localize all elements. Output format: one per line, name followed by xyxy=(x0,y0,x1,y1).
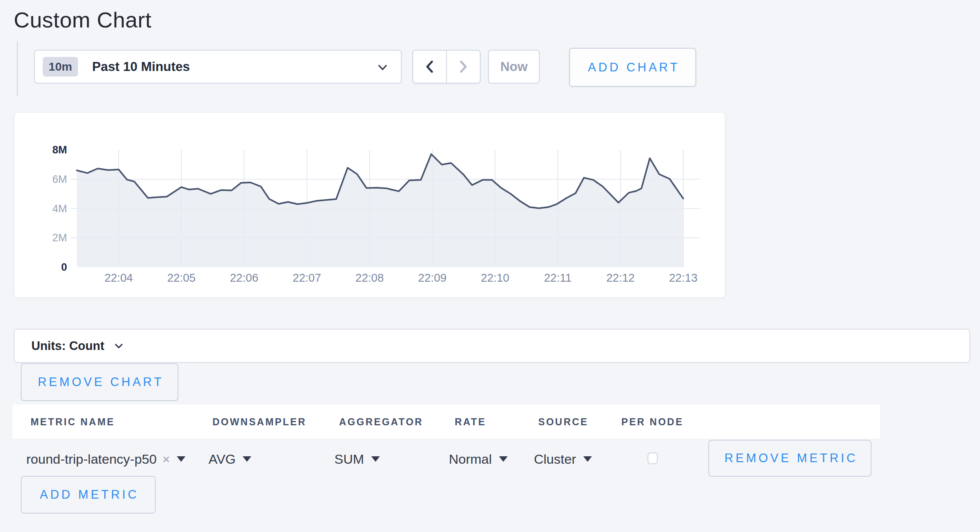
now-button[interactable]: Now xyxy=(488,50,540,84)
remove-chart-button[interactable]: REMOVE CHART xyxy=(21,363,178,401)
remove-metric-button[interactable]: REMOVE METRIC xyxy=(708,440,871,477)
chevron-right-icon xyxy=(459,60,468,74)
time-range-badge: 10m xyxy=(43,57,78,77)
time-prev-button[interactable] xyxy=(413,51,447,83)
caret-down-icon xyxy=(499,456,508,462)
metric-area-chart: 02M4M6M8M22:0422:0522:0622:0722:0822:092… xyxy=(15,113,725,297)
downsampler-value: AVG xyxy=(209,452,236,466)
per-node-checkbox[interactable] xyxy=(648,452,658,464)
metric-name-select[interactable]: round-trip-latency-p50× xyxy=(26,452,185,467)
svg-text:22:07: 22:07 xyxy=(293,271,321,284)
units-label: Units: Count xyxy=(31,339,104,353)
time-range-label: Past 10 Minutes xyxy=(92,59,190,74)
caret-down-icon xyxy=(243,456,251,462)
time-range-select[interactable]: 10m Past 10 Minutes xyxy=(34,50,402,84)
metric-name-value: round-trip-latency-p50 xyxy=(26,452,157,466)
toolbar-accent-rule xyxy=(17,41,18,96)
caret-down-icon xyxy=(583,456,592,462)
svg-text:2M: 2M xyxy=(52,232,67,244)
add-chart-button[interactable]: ADD CHART xyxy=(569,48,696,87)
rate-select[interactable]: Normal xyxy=(449,452,508,467)
svg-text:8M: 8M xyxy=(52,144,67,156)
svg-text:4M: 4M xyxy=(52,203,67,215)
svg-text:22:12: 22:12 xyxy=(606,271,635,284)
custom-chart-page: Custom Chart 10m Past 10 Minutes Now ADD… xyxy=(0,0,980,532)
aggregator-value: SUM xyxy=(334,452,364,466)
col-header-per-node: PER NODE xyxy=(621,416,684,428)
rate-value: Normal xyxy=(449,452,492,466)
time-nav-group xyxy=(412,50,481,84)
units-select[interactable]: Units: Count xyxy=(14,329,970,363)
col-header-rate: RATE xyxy=(455,416,486,428)
chevron-down-icon xyxy=(376,63,389,72)
add-metric-button[interactable]: ADD METRIC xyxy=(21,476,156,514)
svg-text:22:09: 22:09 xyxy=(418,271,447,284)
svg-text:22:04: 22:04 xyxy=(104,271,133,284)
chevron-left-icon xyxy=(425,60,434,74)
col-header-source: SOURCE xyxy=(538,416,588,428)
col-header-downsampler: DOWNSAMPLER xyxy=(212,416,307,428)
col-header-metric-name: METRIC NAME xyxy=(31,416,115,428)
svg-text:22:13: 22:13 xyxy=(669,271,698,284)
svg-text:22:08: 22:08 xyxy=(356,271,384,284)
svg-text:22:10: 22:10 xyxy=(481,271,510,284)
caret-down-icon xyxy=(177,456,185,462)
svg-text:22:11: 22:11 xyxy=(544,271,572,284)
source-value: Cluster xyxy=(534,452,576,466)
chevron-down-icon xyxy=(114,343,124,350)
source-select[interactable]: Cluster xyxy=(534,452,592,467)
svg-text:22:06: 22:06 xyxy=(230,271,258,284)
downsampler-select[interactable]: AVG xyxy=(209,452,251,467)
metrics-table-header: METRIC NAME DOWNSAMPLER AGGREGATOR RATE … xyxy=(13,404,880,439)
clear-metric-icon[interactable]: × xyxy=(162,452,170,466)
svg-text:6M: 6M xyxy=(52,173,67,185)
aggregator-select[interactable]: SUM xyxy=(334,452,380,467)
svg-text:0: 0 xyxy=(61,261,67,273)
col-header-aggregator: AGGREGATOR xyxy=(339,416,423,428)
caret-down-icon xyxy=(371,456,380,462)
time-next-button[interactable] xyxy=(447,51,480,83)
svg-text:22:05: 22:05 xyxy=(167,271,196,284)
page-title: Custom Chart xyxy=(14,7,151,33)
chart-card: 02M4M6M8M22:0422:0522:0622:0722:0822:092… xyxy=(14,112,725,298)
